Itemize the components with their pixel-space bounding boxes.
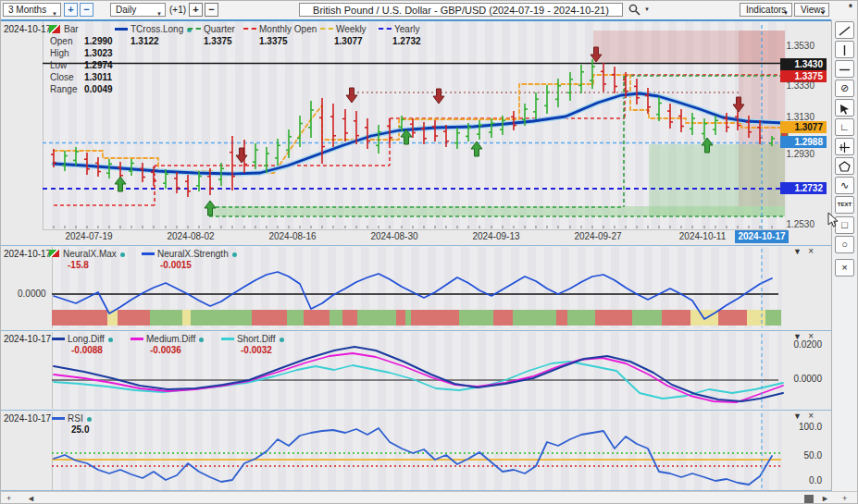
legend-tcross-label[interactable]: TCross.Long [131, 24, 192, 34]
legend-neuralx-strength-label[interactable]: NeuralX.Strength [157, 249, 237, 259]
scroll-plus-icon[interactable]: + [842, 493, 847, 504]
ohlc-low-value: 1.2974 [84, 60, 113, 70]
date-axis-label: 2024-08-16 [268, 231, 316, 241]
diff-axis-zero: 0.0000 [793, 374, 822, 384]
diff-close-icon[interactable]: × [808, 332, 814, 340]
rectangle-tool-button[interactable]: □ [835, 216, 854, 234]
panel-separator[interactable] [1, 245, 831, 246]
legend-short-diff-label[interactable]: Short.Diff [237, 334, 284, 344]
chevron-down-icon: ▼ [820, 7, 826, 19]
legend-short-diff-value: -0.0032 [241, 345, 272, 355]
diff-cursor-date: 2024-10-17 [4, 334, 51, 344]
vertical-line-tool-button[interactable] [835, 41, 854, 58]
rsi-axis-100: 100.0 [799, 422, 822, 432]
crosshair-tool-button[interactable] [835, 138, 854, 155]
text-tool-button[interactable]: TEXT [835, 196, 854, 214]
ohlc-open-label: Open [50, 36, 72, 46]
legend-quarter-value: 1.3375 [204, 36, 232, 46]
legend-bar-label[interactable]: Bar [64, 24, 79, 34]
legend-long-diff-label[interactable]: Long.Diff [68, 334, 113, 344]
panel-separator [1, 490, 831, 491]
legend-monthly-value: 1.3375 [259, 36, 288, 46]
legend-medium-diff-label[interactable]: Medium.Diff [146, 334, 204, 344]
legend-rsi-value: 25.0 [71, 424, 89, 435]
legend-yearly-value: 1.2732 [392, 36, 421, 46]
date-axis-label: 2024-10-11 [679, 231, 726, 241]
price-axis-label: 1.3330 [786, 80, 814, 91]
search-icon[interactable] [628, 4, 640, 18]
toolbar-separator [1, 19, 831, 21]
legend-yearly-label[interactable]: Yearly [394, 24, 419, 34]
chevron-down-icon: ▼ [783, 7, 789, 19]
rsi-plot-area[interactable] [52, 412, 782, 490]
neural-collapse-icon[interactable]: ▼ [793, 248, 802, 256]
bar-minus-button[interactable]: − [205, 3, 218, 17]
legend-monthly-label[interactable]: Monthly Open [259, 24, 317, 34]
ohlc-high-label: High [50, 48, 69, 58]
short-diff-series-icon [221, 338, 234, 340]
horizontal-scrollbar[interactable]: + ◄ ► + [1, 491, 858, 504]
indicators-button[interactable]: Indicators ▼ [740, 3, 792, 17]
legend-neuralx-max-value: -15.8 [68, 260, 89, 270]
cursor-date-badge: 2024-10-17 [735, 230, 789, 243]
rsi-cursor-date: 2024-10-17 [4, 413, 51, 424]
drawing-toolbar: ⊘ ∟ ∿ TEXT □ ○ × [831, 20, 858, 491]
legend-neuralx-max-label[interactable]: NeuralX.Max [63, 249, 125, 259]
interval-select[interactable]: Daily ▼ [110, 3, 166, 17]
bar-plus-button[interactable]: + [189, 3, 203, 17]
date-axis-label: 2024-09-13 [472, 231, 519, 241]
scroll-left-icon[interactable]: ◄ [27, 493, 35, 504]
rsi-axis-0: 0.0 [809, 475, 822, 486]
ohlc-close-value: 1.3011 [84, 72, 112, 82]
trendline-tool-button[interactable] [835, 21, 854, 39]
date-axis-label: 2024-07-19 [65, 231, 112, 241]
horizontal-line-tool-button[interactable] [835, 60, 854, 78]
wave-tool-button[interactable]: ∿ [835, 177, 854, 194]
main-cursor-date: 2024-10-17 [4, 24, 51, 34]
delete-drawing-button[interactable]: × [835, 259, 854, 277]
arrow-marker-tool-button[interactable] [835, 99, 854, 117]
trading-app-window: 3 Months ▼ + − Daily ▼ (+1) + − British … [0, 0, 858, 504]
panel-separator[interactable] [1, 410, 831, 411]
pin-indicator[interactable]: * [849, 3, 852, 13]
neuralx-strength-series-icon [142, 252, 155, 255]
legend-rsi-label[interactable]: RSI [68, 413, 92, 424]
medium-diff-series-icon [131, 338, 143, 340]
legend-weekly-label[interactable]: Weekly [336, 24, 367, 34]
scroll-add-icon[interactable]: + [6, 493, 11, 504]
price-axis-badge: 1.3077 [780, 121, 827, 133]
search-chevron-icon[interactable]: ▼ [644, 6, 650, 12]
legend-medium-diff-value: -0.0036 [150, 345, 181, 355]
ohlc-open-value: 1.2990 [84, 36, 113, 46]
interval-select-value: Daily [116, 5, 136, 15]
rsi-close-icon[interactable]: × [808, 412, 814, 420]
panel-separator[interactable] [1, 330, 831, 331]
scroll-right-icon[interactable]: ► [821, 493, 829, 504]
bar-series-icon [49, 25, 60, 33]
tcross-series-icon [115, 28, 128, 31]
range-select-value: 3 Months [8, 5, 46, 15]
quarter-series-icon [188, 28, 201, 30]
scrollbar-thumb[interactable] [804, 495, 814, 503]
yearly-series-icon [379, 28, 392, 30]
diff-collapse-icon[interactable]: ▼ [793, 333, 802, 341]
price-axis-badge: 1.3430 [780, 58, 827, 70]
ohlc-high-value: 1.3023 [84, 48, 113, 58]
views-button[interactable]: Views ▼ [794, 3, 829, 17]
rsi-collapse-icon[interactable]: ▼ [793, 412, 802, 421]
ellipse-tool-button[interactable]: ○ [835, 236, 854, 253]
date-axis-label: 2024-09-27 [574, 231, 621, 241]
main-price-plot-area[interactable] [43, 21, 787, 230]
angle-tool-button[interactable]: ∟ [835, 118, 854, 136]
range-zoom-in-button[interactable]: + [64, 3, 78, 17]
ohlc-range-value: 0.0049 [84, 84, 113, 94]
neural-close-icon[interactable]: × [808, 247, 814, 255]
range-select[interactable]: 3 Months ▼ [3, 3, 61, 17]
chevron-down-icon: ▼ [52, 7, 57, 20]
legend-quarter-label[interactable]: Quarter [204, 24, 235, 34]
ray-line-tool-button[interactable]: ⊘ [835, 80, 854, 97]
range-zoom-out-button[interactable]: − [80, 3, 93, 17]
symbol-title-box[interactable]: British Pound / U.S. Dollar - GBP/USD (2… [299, 3, 623, 17]
polygon-tool-button[interactable] [835, 157, 854, 175]
rsi-series-icon [52, 417, 65, 420]
